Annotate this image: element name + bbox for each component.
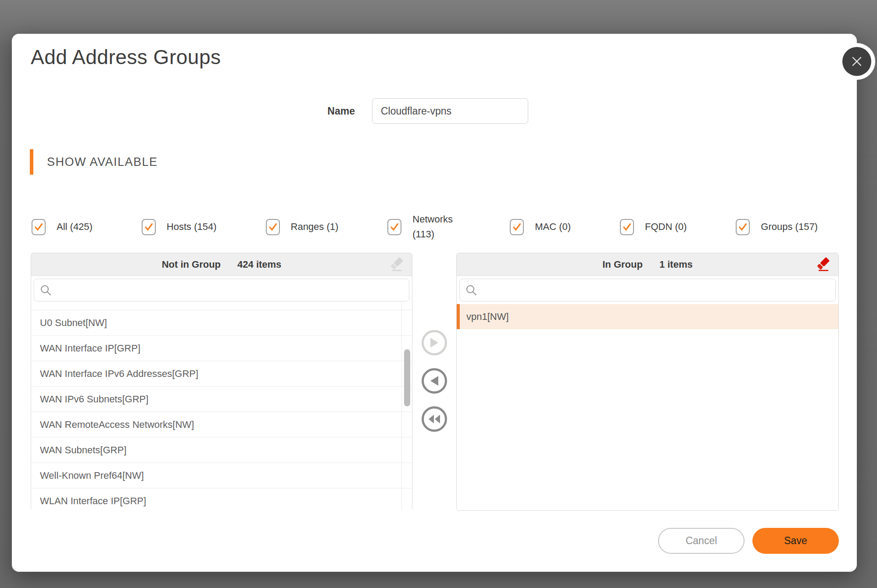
list-item-label: WAN Interface IPv6 Addresses[GRP]: [40, 368, 198, 380]
cancel-button[interactable]: Cancel: [658, 528, 745, 554]
list-item-label: WAN RemoteAccess Networks[NW]: [40, 419, 194, 430]
filter-label: Groups (157): [761, 219, 818, 234]
show-available-section: SHOW AVAILABLE: [30, 149, 158, 175]
filter-checkbox-item[interactable]: MAC (0): [510, 219, 571, 235]
not-in-group-header: Not in Group 424 items: [31, 253, 412, 276]
filter-checkbox-item[interactable]: Groups (157): [736, 219, 818, 235]
list-item[interactable]: WAN RemoteAccess Networks[NW]: [31, 412, 412, 437]
clear-list-button[interactable]: [388, 256, 406, 274]
filter-label: Networks (113): [412, 212, 461, 242]
save-button[interactable]: Save: [752, 528, 839, 554]
not-in-group-list: U0 Subnet[NW] WAN Interface IP[GRP] WAN …: [31, 304, 412, 513]
filter-checkbox-item[interactable]: FQDN (0): [620, 219, 687, 235]
list-item[interactable]: U0 Subnet[NW]: [31, 310, 412, 335]
name-input[interactable]: [372, 98, 528, 124]
double-arrow-left-icon: [428, 415, 440, 423]
in-group-header: In Group 1 items: [457, 253, 838, 276]
close-icon: [842, 47, 871, 76]
not-in-group-panel: Not in Group 424 items: [31, 253, 412, 511]
eraser-icon: [816, 257, 831, 273]
list-item[interactable]: WAN IPv6 Subnets[GRP]: [31, 386, 412, 412]
filter-checkbox-item[interactable]: Ranges (1): [266, 219, 339, 235]
arrow-left-icon: [430, 376, 439, 386]
search-icon: [40, 284, 52, 296]
filter-label: MAC (0): [535, 219, 571, 234]
panel-title: In Group: [602, 259, 643, 270]
not-in-group-search: [34, 279, 409, 301]
arrow-right-icon: [430, 338, 439, 348]
move-all-left-button[interactable]: [422, 406, 447, 432]
panel-item-count: 424 items: [237, 259, 281, 270]
filter-label: All (425): [57, 219, 93, 234]
eraser-icon: [389, 257, 405, 273]
move-right-button[interactable]: [422, 330, 447, 355]
in-group-panel: In Group 1 items vpn1[NW]: [456, 253, 839, 511]
filter-label: Ranges (1): [291, 219, 339, 234]
name-field-label: Name: [275, 105, 355, 117]
checkbox-checked-icon: [32, 219, 46, 235]
scrollbar-thumb[interactable]: [404, 349, 410, 406]
transfer-controls: [422, 330, 447, 432]
list-item-label: vpn1[NW]: [466, 311, 509, 323]
list-item-label: Well-Known Pref64[NW]: [40, 470, 144, 481]
list-item[interactable]: WAN Interface IP[GRP]: [31, 335, 412, 361]
panel-title: Not in Group: [162, 259, 221, 270]
checkbox-checked-icon: [387, 219, 401, 235]
panel-item-count: 1 items: [659, 259, 693, 270]
filter-checkbox-item[interactable]: Hosts (154): [142, 219, 217, 235]
list-item-label: WAN Subnets[GRP]: [40, 445, 126, 456]
list-item-label: WAN Interface IP[GRP]: [40, 343, 140, 354]
move-left-button[interactable]: [422, 368, 447, 394]
search-input[interactable]: [482, 280, 835, 300]
in-group-selected-item[interactable]: vpn1[NW]: [457, 304, 838, 329]
page-title: Add Address Groups: [31, 45, 221, 69]
filter-checkbox-item[interactable]: All (425): [32, 219, 93, 235]
list-item-label: WAN IPv6 Subnets[GRP]: [40, 394, 148, 405]
checkbox-checked-icon: [736, 219, 750, 235]
checkbox-checked-icon: [620, 219, 634, 235]
list-item[interactable]: WAN Interface IPv6 Addresses[GRP]: [31, 361, 412, 386]
search-icon: [465, 284, 477, 296]
filter-label: Hosts (154): [167, 219, 217, 234]
list-item-label: U0 Subnet[NW]: [40, 317, 107, 329]
checkbox-checked-icon: [266, 219, 280, 235]
list-item[interactable]: WAN Subnets[GRP]: [31, 437, 412, 463]
list-item-label: WLAN Interface IP[GRP]: [40, 495, 146, 507]
section-label: SHOW AVAILABLE: [47, 155, 158, 169]
search-input[interactable]: [56, 280, 409, 300]
filter-label: FQDN (0): [645, 219, 687, 234]
checkbox-checked-icon: [142, 219, 156, 235]
close-button[interactable]: [838, 43, 875, 80]
checkbox-checked-icon: [510, 219, 524, 235]
filter-row: All (425) Hosts (154) Ranges (1): [32, 205, 818, 249]
add-address-groups-dialog: Add Address Groups Name SHOW AVAILABLE A…: [12, 34, 857, 572]
list-item[interactable]: Well-Known Pref64[NW]: [31, 463, 412, 488]
accent-bar: [30, 149, 33, 175]
list-item[interactable]: WLAN Interface IP[GRP]: [31, 488, 412, 513]
scrollbar-track: [401, 302, 402, 509]
clear-group-button[interactable]: [815, 256, 832, 274]
filter-checkbox-item[interactable]: Networks (113): [387, 212, 461, 242]
in-group-search: [459, 279, 836, 301]
